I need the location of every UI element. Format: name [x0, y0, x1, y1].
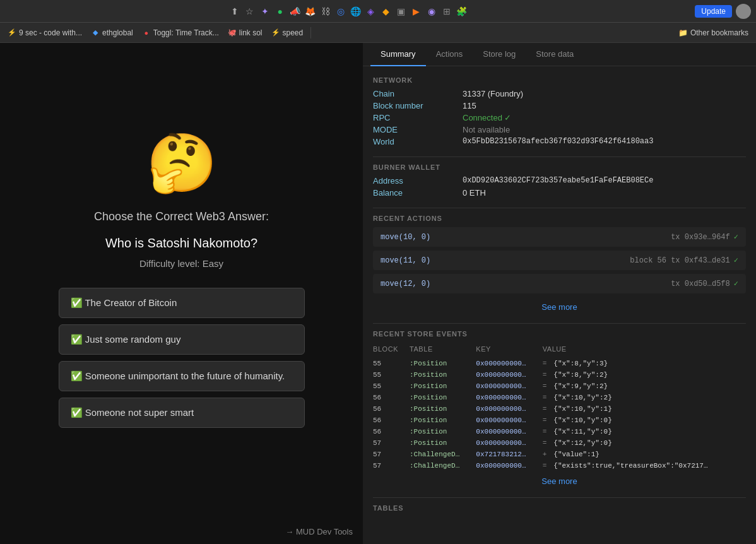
- col-key: KEY: [476, 343, 542, 358]
- ext-icon-1[interactable]: ✦: [259, 5, 271, 18]
- ext-icon-10[interactable]: ▣: [395, 5, 408, 18]
- right-panel: Summary Actions Store log Store data NET…: [363, 43, 756, 544]
- block-number-value: 115: [463, 101, 746, 110]
- bookmarks-separator: [310, 27, 311, 38]
- cell-value-8: {"value":1}: [553, 449, 746, 460]
- cell-key-8: 0x721783212…: [476, 449, 542, 460]
- action-row-1: move(10, 0) tx 0x93e…964f ✓: [373, 227, 746, 247]
- divider-4: [373, 497, 746, 498]
- col-block: BLOCK: [373, 343, 410, 358]
- cell-block-0: 55: [373, 358, 410, 369]
- cell-block-9: 57: [373, 460, 410, 471]
- answer-button-1[interactable]: ✅ The Creator of Bitcoin: [59, 288, 305, 318]
- bookmark-speed-icon: ⚡: [271, 28, 280, 37]
- network-header: NETWORK: [373, 76, 746, 84]
- update-button[interactable]: Update: [695, 5, 732, 18]
- action-name-2: move(11, 0): [381, 256, 430, 265]
- other-bookmarks[interactable]: 📁 Other bookmarks: [675, 27, 752, 38]
- balance-label: Balance: [373, 188, 455, 198]
- bookmark-toggl-icon: ●: [142, 28, 151, 37]
- burner-wallet-info: Address 0xDD920A33602CF723b357eabe5e1FaF…: [373, 176, 746, 198]
- ext-icon-5[interactable]: ⛓: [319, 5, 332, 18]
- rpc-value: Connected ✓: [463, 113, 746, 122]
- cell-key-1: 0x000000000…: [476, 369, 542, 381]
- cell-block-2: 55: [373, 381, 410, 392]
- cell-op-3: =: [543, 392, 554, 403]
- bookmark-toggl[interactable]: ● Toggl: Time Track...: [138, 27, 223, 38]
- bookmark-ethglobal[interactable]: ◆ ethglobal: [87, 27, 137, 38]
- tables-header: TABLES: [373, 504, 746, 512]
- cell-block-5: 56: [373, 415, 410, 426]
- action-meta-1: tx 0x93e…964f ✓: [671, 232, 738, 242]
- bookmark-linksol[interactable]: 🐙 link sol: [224, 27, 266, 38]
- mud-dev-tools-link[interactable]: → MUD Dev Tools: [285, 527, 353, 536]
- ext-icon-8[interactable]: ◈: [365, 5, 377, 18]
- cell-op-1: =: [543, 369, 554, 381]
- bookmark-9sec-icon: ⚡: [8, 28, 16, 37]
- table-row: 57 :ChallengeD… 0x000000000… = {"exists"…: [373, 460, 746, 471]
- cell-block-4: 56: [373, 403, 410, 415]
- tab-actions[interactable]: Actions: [426, 43, 473, 66]
- avatar[interactable]: [736, 4, 751, 19]
- ext-icon-3[interactable]: 📣: [289, 5, 302, 18]
- cell-block-1: 55: [373, 369, 410, 381]
- bookmark-linksol-icon: 🐙: [228, 28, 237, 37]
- question-prompt: Choose the Correct Web3 Answer:: [94, 210, 269, 223]
- chain-value: 31337 (Foundry): [463, 89, 746, 98]
- bookmarks-bar: ⚡ 9 sec - code with... ◆ ethglobal ● Tog…: [0, 23, 756, 43]
- ext-icon-14[interactable]: 🧩: [456, 5, 468, 18]
- cell-key-7: 0x000000000…: [476, 437, 542, 449]
- answer-button-2[interactable]: ✅ Just some random guy: [59, 324, 305, 355]
- cell-table-3: :Position: [410, 392, 476, 403]
- tab-summary[interactable]: Summary: [370, 43, 426, 66]
- browser-icons: ⬆ ☆ ✦ ● 📣 🦊 ⛓ ◎ 🌐 ◈ ◆ ▣ ▶ ◉ ⊞ 🧩: [5, 5, 691, 18]
- action-check-2: ✓: [734, 256, 738, 265]
- mode-value: Not available: [463, 125, 746, 134]
- cell-value-6: {"x":11,"y":0}: [553, 426, 746, 437]
- col-table: TABLE: [410, 343, 476, 358]
- network-info: Chain 31337 (Foundry) Block number 115 R…: [373, 89, 746, 146]
- rpc-label: RPC: [373, 113, 455, 122]
- ext-icon-12[interactable]: ◉: [425, 5, 438, 18]
- cell-op-6: =: [543, 426, 554, 437]
- tab-store-log[interactable]: Store log: [473, 43, 526, 66]
- events-see-more[interactable]: See more: [373, 471, 746, 491]
- bookmark-speed[interactable]: ⚡ speed: [268, 27, 307, 38]
- cell-table-6: :Position: [410, 426, 476, 437]
- table-row: 56 :Position 0x000000000… = {"x":10,"y":…: [373, 403, 746, 415]
- ext-icon-9[interactable]: ◆: [380, 5, 393, 18]
- chain-label: Chain: [373, 89, 455, 98]
- ext-icon-6[interactable]: ◎: [334, 5, 347, 18]
- cell-block-6: 56: [373, 426, 410, 437]
- cell-key-9: 0x000000000…: [476, 460, 542, 471]
- action-meta-3: tx 0xd50…d5f8 ✓: [671, 279, 738, 288]
- events-table: BLOCK TABLE KEY VALUE 55 :Position 0x000…: [373, 343, 746, 471]
- ext-icon-4[interactable]: 🦊: [304, 5, 317, 18]
- ext-icon-2[interactable]: ●: [274, 5, 286, 18]
- ext-icon-13[interactable]: ⊞: [440, 5, 453, 18]
- table-row: 56 :Position 0x000000000… = {"x":11,"y":…: [373, 426, 746, 437]
- share-icon[interactable]: ⬆: [228, 5, 241, 18]
- cell-table-5: :Position: [410, 415, 476, 426]
- answer-button-4[interactable]: ✅ Someone not super smart: [59, 398, 305, 428]
- actions-see-more[interactable]: See more: [373, 297, 746, 317]
- balance-value: 0 ETH: [463, 188, 746, 198]
- tab-store-data[interactable]: Store data: [526, 43, 584, 66]
- mode-label: MODE: [373, 125, 455, 134]
- table-row: 57 :ChallengeD… 0x721783212… + {"value":…: [373, 449, 746, 460]
- ext-icon-7[interactable]: 🌐: [350, 5, 362, 18]
- cell-value-9: {"exists":true,"treasureBox":"0x7217…: [553, 460, 746, 471]
- cell-table-0: :Position: [410, 358, 476, 369]
- cell-key-4: 0x000000000…: [476, 403, 542, 415]
- divider-2: [373, 208, 746, 208]
- table-row: 55 :Position 0x000000000… = {"x":8,"y":2…: [373, 369, 746, 381]
- address-value: 0xDD920A33602CF723b357eabe5e1FaFeFAEB08E…: [463, 176, 746, 186]
- cell-value-5: {"x":10,"y":0}: [553, 415, 746, 426]
- ext-icon-11[interactable]: ▶: [410, 5, 423, 18]
- bookmark-icon[interactable]: ☆: [244, 5, 256, 18]
- answer-button-3[interactable]: ✅ Someone unimportant to the future of h…: [59, 361, 305, 391]
- answer-label-1: ✅ The Creator of Bitcoin: [71, 297, 177, 309]
- answer-buttons: ✅ The Creator of Bitcoin ✅ Just some ran…: [59, 288, 305, 428]
- action-check-1: ✓: [734, 232, 738, 242]
- bookmark-9sec[interactable]: ⚡ 9 sec - code with...: [4, 27, 86, 38]
